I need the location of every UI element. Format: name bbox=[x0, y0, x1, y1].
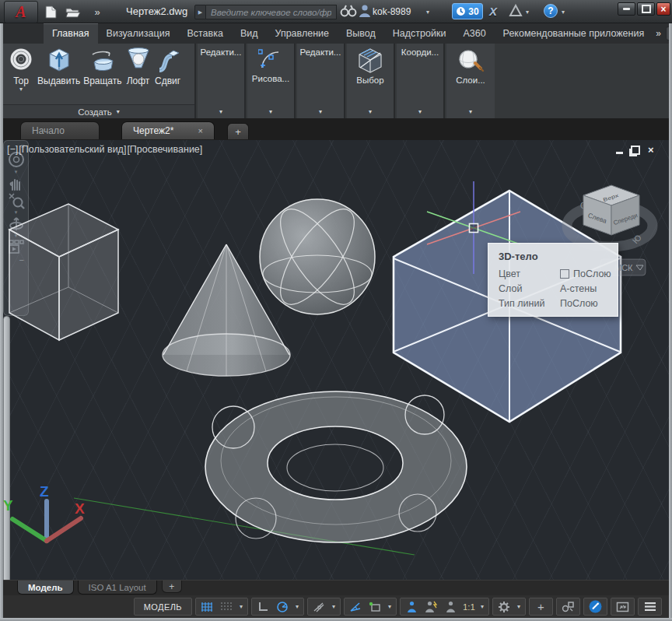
ribbon-tab-home[interactable]: Главная bbox=[44, 23, 98, 44]
create-panel-caret-icon: ▾ bbox=[117, 108, 120, 115]
clean-screen-icon bbox=[616, 602, 629, 612]
object-snap-tracking-button[interactable] bbox=[310, 599, 329, 614]
window-title: Чертеж2.dwg bbox=[126, 5, 187, 17]
ribbon-tab-output[interactable]: Вывод bbox=[338, 23, 384, 44]
isolate-objects-button[interactable] bbox=[556, 598, 580, 616]
search-binoculars-icon[interactable] bbox=[340, 4, 357, 18]
viewport-restore-icon[interactable] bbox=[631, 146, 640, 155]
torus-button[interactable]: Тор ▾ bbox=[6, 46, 36, 93]
workspace-caret-icon[interactable]: ▾ bbox=[514, 603, 523, 610]
viewport-close-icon[interactable]: × bbox=[648, 144, 654, 156]
a360-icon[interactable] bbox=[509, 4, 523, 18]
drawing-viewport[interactable]: С Ю Верх Слева Спереди МСК Z Y X bbox=[3, 140, 669, 580]
signin-username[interactable]: kok-8989 bbox=[373, 6, 411, 17]
file-tab-start[interactable]: Начало bbox=[20, 121, 100, 139]
window-close-button[interactable]: × bbox=[656, 2, 670, 16]
layout-tab-iso-a1[interactable]: ISO A1 Layout bbox=[78, 581, 157, 595]
viewport-minimize-icon[interactable] bbox=[616, 152, 623, 154]
model-space-scene: С Ю Верх Слева Спереди МСК Z Y X bbox=[3, 140, 669, 580]
window-border-bottom bbox=[0, 618, 672, 621]
annotation-monitor-button[interactable]: + bbox=[529, 598, 553, 616]
dyninput-caret-icon[interactable]: ▾ bbox=[385, 603, 394, 610]
model-space-button[interactable]: МОДЕЛЬ bbox=[134, 598, 192, 616]
grid-display-button[interactable] bbox=[198, 599, 217, 614]
tooltip-row-linetype: Тип линий ПоСлою bbox=[499, 298, 618, 309]
annotation-scale-value[interactable]: 1:1 bbox=[460, 602, 478, 612]
torus-solid[interactable] bbox=[205, 391, 467, 542]
viewport-style-label[interactable]: [Просвечивание] bbox=[127, 144, 202, 155]
help-caret-icon[interactable]: ▾ bbox=[562, 9, 565, 16]
ribbon-tab-addins[interactable]: Надстройки bbox=[384, 23, 455, 44]
ribbon-tab-insert[interactable]: Вставка bbox=[178, 23, 231, 44]
isodraft-button[interactable] bbox=[346, 599, 366, 614]
qat-overflow-button[interactable]: » bbox=[88, 4, 107, 19]
otrack-icon bbox=[313, 602, 325, 612]
open-file-button[interactable] bbox=[65, 4, 81, 19]
file-tab-drawing2[interactable]: Чертеж2* × bbox=[121, 121, 215, 139]
ribbon-panel-layers[interactable]: Слои... ▾ bbox=[446, 44, 495, 118]
graphics-performance-button[interactable] bbox=[583, 598, 607, 616]
status-bar: МОДЕЛЬ ▾ ▾ ▾ bbox=[3, 595, 669, 618]
dynamic-input-button[interactable] bbox=[366, 599, 385, 614]
minimize-icon bbox=[623, 8, 630, 10]
search-go-button[interactable]: ▶ bbox=[194, 5, 206, 19]
file-tab-close-icon[interactable]: × bbox=[191, 126, 203, 135]
snap-mode-button[interactable] bbox=[217, 599, 236, 614]
revolve-button[interactable]: Вращать bbox=[82, 46, 123, 87]
viewport-controls-label[interactable]: [−] bbox=[7, 144, 18, 155]
help-button[interactable]: ? bbox=[544, 4, 558, 18]
ucs-y-label: Y bbox=[3, 497, 13, 514]
new-layout-button[interactable]: + bbox=[162, 581, 182, 593]
layout-tab-model[interactable]: Модель bbox=[17, 581, 74, 595]
ortho-mode-button[interactable] bbox=[254, 599, 273, 614]
annotation-person-blue-icon bbox=[406, 601, 418, 613]
a360-caret-icon[interactable]: ▾ bbox=[526, 9, 529, 16]
ribbon-panel-modify-collapsed[interactable]: Редакти... ▾ bbox=[198, 44, 246, 118]
grid-caret-icon[interactable]: ▾ bbox=[236, 603, 246, 610]
box-solid[interactable] bbox=[9, 204, 118, 340]
viewport-view-label[interactable]: [Пользовательский вид] bbox=[19, 144, 126, 155]
ribbon-tab-manage[interactable]: Управление bbox=[267, 23, 338, 44]
otrack-caret-icon[interactable]: ▾ bbox=[329, 603, 338, 610]
customization-button[interactable] bbox=[638, 598, 662, 616]
ribbon: Тор ▾ Выдавить Вращать Лофт Сдвиг bbox=[3, 44, 669, 118]
ribbon-panel-selection[interactable]: Выбор ▾ bbox=[347, 44, 395, 118]
layout-tab-bar: Модель ISO A1 Layout + bbox=[3, 580, 669, 595]
application-menu-button[interactable]: A bbox=[4, 1, 38, 23]
ribbon-panel-modify2-collapsed[interactable]: Редакти... ▾ bbox=[297, 44, 345, 118]
torus-caret-icon: ▾ bbox=[19, 86, 23, 92]
ucs-icon[interactable]: Z Y X bbox=[3, 483, 85, 541]
ribbon-panel-draw-collapsed[interactable]: Рисова... ▾ bbox=[247, 44, 296, 118]
polar-caret-icon[interactable]: ▾ bbox=[292, 603, 302, 610]
ribbon-tab-a360[interactable]: A360 bbox=[454, 23, 494, 44]
workspace-switching-button[interactable] bbox=[495, 599, 514, 614]
new-drawing-tab-button[interactable]: + bbox=[227, 123, 249, 139]
grid-icon bbox=[201, 602, 213, 612]
ribbon-tab-visualize[interactable]: Визуализация bbox=[98, 23, 179, 44]
scale-caret-icon[interactable]: ▾ bbox=[478, 603, 487, 610]
ribbon-tab-overflow-icon[interactable]: » bbox=[653, 23, 664, 44]
clean-screen-button[interactable] bbox=[611, 598, 635, 616]
extrude-button[interactable]: Выдавить bbox=[36, 46, 82, 87]
trial-timer-badge[interactable]: 30 bbox=[452, 3, 483, 19]
exchange-apps-icon[interactable]: X bbox=[489, 5, 497, 18]
user-menu-caret-icon[interactable]: ▾ bbox=[426, 9, 429, 16]
infocenter-search-input[interactable] bbox=[206, 5, 337, 19]
annotation-scale-person-button[interactable] bbox=[441, 599, 460, 614]
annotation-visibility-button[interactable] bbox=[402, 599, 422, 614]
ribbon-tab-featured-apps[interactable]: Рекомендованные приложения bbox=[495, 23, 653, 44]
ribbon-tab-view[interactable]: Вид bbox=[232, 23, 267, 44]
new-file-button[interactable] bbox=[43, 4, 58, 19]
file-tab-bar: Начало Чертеж2* × + bbox=[3, 118, 669, 140]
create-panel-title-button[interactable]: Создать ▾ bbox=[3, 104, 194, 118]
snap-grid-icon bbox=[220, 602, 233, 612]
sweep-button[interactable]: Сдвиг bbox=[153, 46, 183, 87]
sphere-solid[interactable] bbox=[260, 198, 375, 315]
autoscale-button[interactable] bbox=[422, 599, 441, 614]
loft-button[interactable]: Лофт bbox=[124, 46, 153, 87]
annotation-person-icon bbox=[445, 601, 457, 613]
window-minimize-button[interactable] bbox=[618, 2, 635, 16]
window-restore-button[interactable] bbox=[637, 2, 655, 16]
polar-tracking-button[interactable] bbox=[273, 599, 292, 614]
ribbon-panel-coordinates-collapsed[interactable]: Коорди... ▾ bbox=[397, 44, 445, 118]
